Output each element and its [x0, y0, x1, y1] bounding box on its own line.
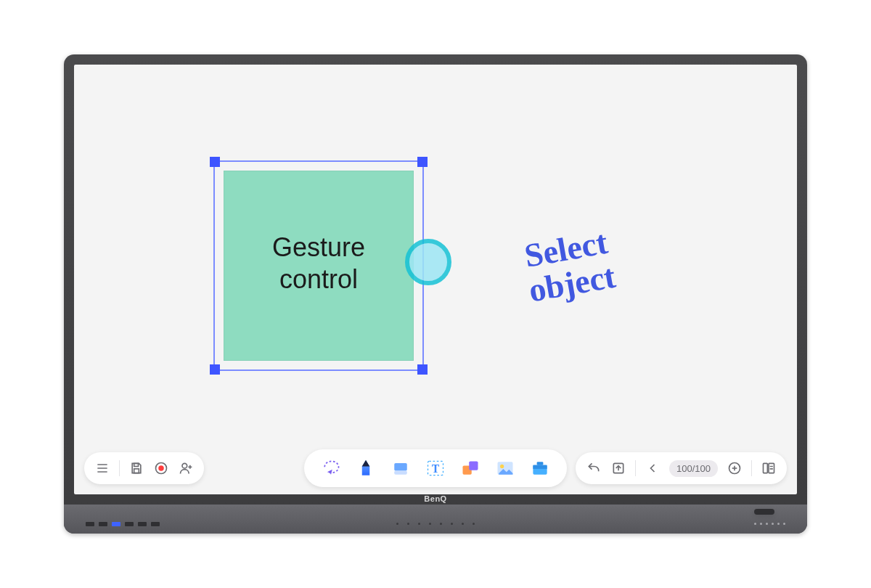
toolbox-tool[interactable]	[529, 457, 551, 479]
svg-rect-19	[533, 465, 547, 469]
page-overview-button[interactable]	[761, 460, 777, 476]
separator	[635, 460, 636, 476]
page-counter[interactable]: 100/100	[669, 460, 718, 477]
eraser-icon	[390, 458, 411, 478]
pen-tool[interactable]	[355, 457, 377, 479]
device-chin	[64, 505, 807, 534]
svg-rect-4	[134, 469, 139, 473]
undo-icon	[586, 461, 601, 475]
whiteboard-canvas[interactable]: Gesture control Select object	[74, 65, 797, 494]
text-icon: T	[425, 458, 446, 478]
select-tool[interactable]	[320, 457, 342, 479]
svg-point-6	[158, 465, 164, 471]
record-icon	[154, 461, 168, 475]
front-controls-right	[754, 523, 785, 525]
resize-handle-top-left[interactable]	[210, 157, 220, 167]
svg-rect-11	[394, 471, 407, 475]
separator	[119, 460, 120, 476]
handwritten-annotation: Select object	[520, 224, 618, 309]
svg-text:T: T	[432, 462, 440, 475]
hamburger-icon	[95, 461, 110, 475]
resize-handle-bottom-right[interactable]	[417, 364, 428, 375]
resize-handle-top-right[interactable]	[417, 157, 428, 167]
system-toolbar	[84, 452, 204, 484]
export-icon	[611, 461, 626, 475]
prev-page-button[interactable]	[645, 460, 661, 476]
shapes-icon	[460, 458, 481, 478]
shape-text-label: Gesture control	[215, 232, 422, 295]
touch-gesture-indicator	[405, 239, 451, 285]
brand-logo: BenQ	[424, 494, 446, 503]
shapes-tool[interactable]	[459, 457, 481, 479]
save-button[interactable]	[128, 460, 144, 476]
pages-icon	[761, 461, 776, 475]
lasso-select-icon	[321, 458, 341, 478]
chevron-left-icon	[645, 461, 660, 475]
svg-rect-20	[537, 462, 544, 465]
svg-rect-10	[394, 463, 407, 471]
image-icon	[495, 458, 515, 478]
svg-rect-3	[134, 463, 139, 466]
front-ports-left	[86, 522, 160, 526]
add-user-button[interactable]	[178, 460, 194, 476]
plus-circle-icon	[727, 461, 742, 475]
resize-handle-bottom-left[interactable]	[210, 364, 220, 375]
menu-button[interactable]	[94, 460, 110, 476]
record-button[interactable]	[153, 460, 169, 476]
separator	[751, 460, 752, 476]
briefcase-icon	[530, 458, 550, 478]
image-tool[interactable]	[494, 457, 516, 479]
whiteboard-screen: Gesture control Select object	[74, 65, 797, 494]
export-button[interactable]	[610, 460, 626, 476]
pen-icon	[356, 458, 376, 478]
eraser-tool[interactable]	[390, 457, 412, 479]
text-tool[interactable]: T	[425, 457, 446, 479]
page-toolbar: 100/100	[576, 452, 787, 484]
interactive-display-frame: Gesture control Select object	[64, 54, 807, 534]
add-page-button[interactable]	[727, 460, 743, 476]
selected-shape[interactable]: Gesture control	[213, 160, 424, 371]
front-mic-array	[396, 523, 475, 525]
svg-point-17	[500, 465, 504, 468]
svg-rect-15	[469, 461, 478, 470]
add-user-icon	[179, 461, 193, 475]
undo-button[interactable]	[586, 460, 602, 476]
floppy-icon	[129, 461, 144, 475]
svg-rect-25	[764, 463, 768, 473]
tools-toolbar: T	[304, 449, 567, 487]
svg-point-7	[182, 463, 187, 468]
